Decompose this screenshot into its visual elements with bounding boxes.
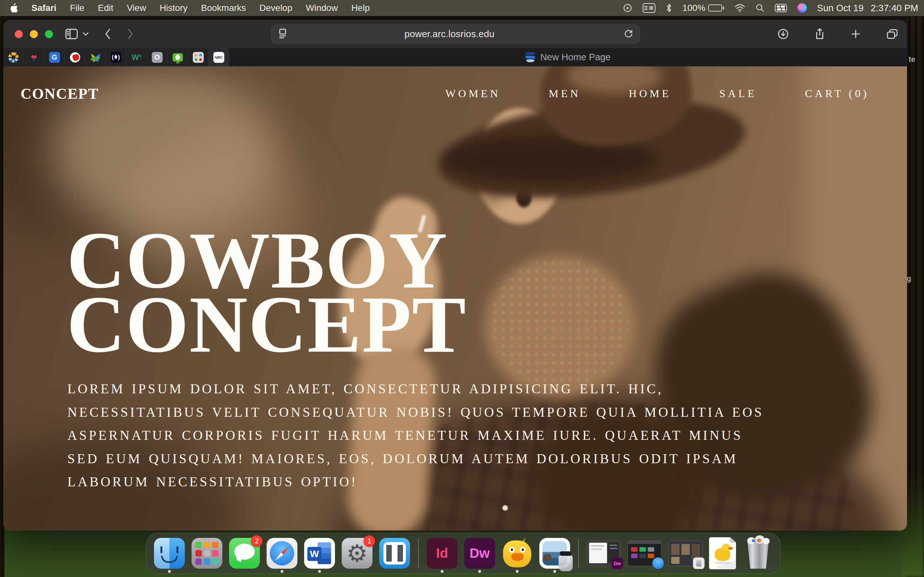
back-button[interactable] bbox=[103, 28, 111, 40]
dock-word[interactable]: W bbox=[304, 538, 335, 569]
desktop: te g Safari File Edit View History Bookm… bbox=[0, 0, 924, 577]
minimized-transfer-window[interactable] bbox=[668, 540, 702, 566]
tab-new-home-page[interactable]: New Home Page bbox=[229, 48, 907, 66]
siri-icon[interactable] bbox=[797, 3, 807, 13]
nav-cart[interactable]: CART (0) bbox=[805, 87, 869, 100]
share-icon[interactable] bbox=[814, 28, 825, 40]
browser-toolbar: power.arc.losrios.edu bbox=[3, 20, 907, 48]
finder-icon bbox=[154, 538, 185, 569]
pinned-tab[interactable] bbox=[168, 48, 188, 66]
battery-icon bbox=[708, 5, 722, 11]
dock-transfer-app[interactable] bbox=[540, 538, 570, 569]
hero-paragraph: LOREM IPSUM DOLOR SIT AMET, CONSECTETUR … bbox=[67, 381, 764, 498]
dock-safari[interactable] bbox=[267, 538, 297, 569]
zoom-window-button[interactable] bbox=[45, 30, 53, 38]
pinned-tab[interactable]: ♥ bbox=[24, 48, 44, 66]
dock-system-settings[interactable]: ⚙ 1 bbox=[342, 538, 373, 569]
menubar-time: 2:37:40 PM bbox=[871, 3, 918, 13]
pinned-tab[interactable]: G bbox=[44, 48, 65, 66]
minimized-safari-window[interactable] bbox=[628, 540, 662, 566]
menu-item-bookmarks[interactable]: Bookmarks bbox=[201, 3, 246, 13]
indesign-icon: Id bbox=[427, 538, 457, 569]
downloads-icon[interactable] bbox=[777, 28, 789, 40]
close-window-button[interactable] bbox=[15, 30, 23, 38]
tab-title: New Home Page bbox=[540, 52, 611, 63]
pinned-tab[interactable] bbox=[65, 48, 86, 66]
menubar-date: Sun Oct 19 bbox=[817, 3, 864, 13]
sunburst-favicon bbox=[8, 52, 19, 63]
battery-status[interactable]: 100% bbox=[682, 3, 724, 13]
reader-view-icon[interactable] bbox=[278, 28, 288, 40]
word-icon: W bbox=[304, 538, 335, 569]
spotlight-search-icon[interactable] bbox=[756, 3, 764, 13]
menu-item-file[interactable]: File bbox=[70, 3, 84, 13]
pinned-tab-active[interactable]: ARC bbox=[208, 48, 229, 66]
site-logo[interactable]: CONCEPT bbox=[21, 85, 99, 102]
nav-men[interactable]: MEN bbox=[549, 87, 581, 100]
nav-women[interactable]: WOMEN bbox=[445, 87, 501, 100]
menu-item-window[interactable]: Window bbox=[306, 3, 338, 13]
menu-item-edit[interactable]: Edit bbox=[98, 3, 113, 13]
reload-icon[interactable] bbox=[624, 29, 633, 39]
safari-window: power.arc.losrios.edu bbox=[3, 20, 907, 530]
color-star-favicon bbox=[193, 52, 204, 63]
hero-bandana-pattern bbox=[491, 259, 629, 387]
pinned-tab[interactable]: ( ) bbox=[106, 48, 126, 66]
losrios-favicon bbox=[525, 52, 535, 63]
menu-item-history[interactable]: History bbox=[160, 3, 187, 13]
new-tab-icon[interactable] bbox=[851, 29, 861, 39]
address-bar[interactable]: power.arc.losrios.edu bbox=[271, 24, 640, 44]
hero-paragraph-line: LOREM IPSUM DOLOR SIT AMET, CONSECTETUR … bbox=[67, 381, 764, 405]
dock-trash[interactable] bbox=[743, 537, 774, 570]
keyboard-shortcuts-icon[interactable]: ⌘ bbox=[643, 3, 656, 13]
dock-messages[interactable]: 2 bbox=[229, 538, 260, 569]
nav-home[interactable]: HOME bbox=[629, 87, 671, 100]
pinned-tab[interactable] bbox=[188, 48, 208, 66]
minimized-dreamweaver-window[interactable]: Dw bbox=[587, 540, 621, 566]
safari-thumb-badge bbox=[652, 558, 664, 569]
sidebar-chevron-icon[interactable] bbox=[82, 32, 89, 36]
hero-paragraph-line: ASPERNATUR CORPORIS FUGIT HARUM TENETUR … bbox=[67, 428, 764, 451]
dreamweaver-icon: Dw bbox=[464, 538, 495, 569]
menubar-clock[interactable]: Sun Oct 19 2:37:40 PM bbox=[817, 3, 918, 13]
dock-dreamweaver[interactable]: Dw bbox=[464, 538, 495, 569]
dock-finder[interactable] bbox=[154, 538, 185, 569]
hero-headline: COWBOY CONCEPT bbox=[67, 228, 467, 356]
screen-recording-icon[interactable] bbox=[623, 3, 632, 13]
site-header: CONCEPT WOMEN MEN HOME SALE CART (0) bbox=[3, 66, 907, 121]
dock-indesign[interactable]: Id bbox=[427, 538, 457, 569]
dock: 2 W ⚙ 1 Id Dw bbox=[146, 533, 780, 574]
menu-item-develop[interactable]: Develop bbox=[260, 3, 292, 13]
sidebar-toggle-icon[interactable] bbox=[65, 29, 78, 39]
safari-icon bbox=[267, 538, 297, 569]
o-favicon: O bbox=[152, 52, 163, 63]
dock-launchpad[interactable] bbox=[192, 538, 222, 569]
web-page: CONCEPT WOMEN MEN HOME SALE CART (0) COW… bbox=[3, 66, 907, 530]
dock-window-manager[interactable] bbox=[379, 538, 410, 569]
dock-duck-file[interactable] bbox=[709, 537, 736, 569]
launchpad-icon bbox=[192, 538, 222, 569]
pinned-tab[interactable] bbox=[3, 48, 24, 66]
menu-bar: Safari File Edit View History Bookmarks … bbox=[0, 0, 924, 16]
traffic-lights bbox=[3, 30, 53, 38]
menu-item-help[interactable]: Help bbox=[351, 3, 370, 13]
menu-item-app[interactable]: Safari bbox=[31, 3, 57, 13]
control-center-icon[interactable] bbox=[775, 4, 787, 12]
menu-item-view[interactable]: View bbox=[127, 3, 146, 13]
pinned-tab[interactable]: W³ bbox=[126, 48, 147, 66]
bluetooth-icon[interactable] bbox=[666, 3, 672, 13]
running-indicator bbox=[441, 570, 444, 573]
minimize-window-button[interactable] bbox=[30, 30, 38, 38]
red-swoosh-favicon bbox=[70, 52, 80, 63]
hero-headline-line2: CONCEPT bbox=[67, 292, 467, 356]
tab-overview-icon[interactable] bbox=[887, 29, 898, 39]
wifi-icon[interactable] bbox=[734, 3, 745, 13]
running-indicator bbox=[516, 570, 519, 573]
forward-button[interactable] bbox=[127, 28, 134, 40]
pinned-tab[interactable] bbox=[86, 48, 106, 66]
desktop-icon-label-fragment: te bbox=[909, 55, 915, 64]
dock-cyberduck[interactable] bbox=[502, 538, 533, 569]
nav-sale[interactable]: SALE bbox=[719, 87, 757, 100]
pinned-tab[interactable]: O bbox=[147, 48, 168, 66]
apple-menu-icon[interactable] bbox=[10, 3, 18, 13]
